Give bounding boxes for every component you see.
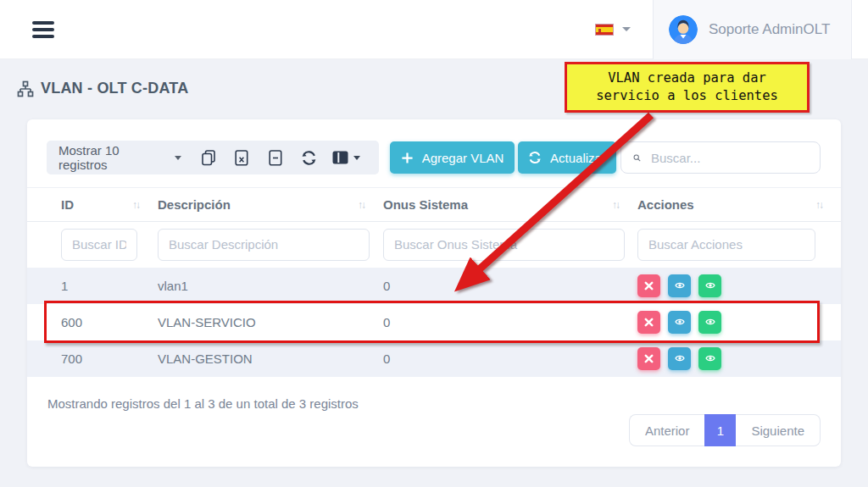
cell-onus: 0 [383, 268, 637, 304]
view-ports-button[interactable] [668, 311, 691, 334]
eye-icon [674, 353, 686, 363]
eye-icon [704, 317, 716, 327]
add-vlan-label: Agregar VLAN [422, 151, 504, 165]
avatar [669, 15, 698, 44]
column-label: Onus Sistema [383, 197, 468, 212]
filter-descripcion-input[interactable] [158, 229, 370, 261]
annotation-line-1: VLAN creada para dar [608, 69, 766, 87]
column-header-id[interactable]: ID↑↓ [27, 188, 158, 222]
export-file-button[interactable] [259, 141, 292, 174]
cell-onus: 0 [383, 304, 637, 340]
language-dropdown[interactable] [595, 24, 631, 36]
cell-descripcion: VLAN-GESTION [158, 340, 383, 377]
delete-vlan-button[interactable] [637, 274, 660, 297]
global-search [620, 141, 821, 174]
chevron-down-icon [175, 156, 181, 160]
column-label: ID [61, 197, 74, 212]
sort-icon: ↑↓ [815, 199, 822, 211]
column-header-acciones[interactable]: Acciones↑↓ [637, 188, 841, 222]
pagination-page-1[interactable]: 1 [704, 414, 736, 446]
x-icon [644, 318, 654, 327]
search-input[interactable] [651, 151, 820, 165]
x-icon [644, 281, 654, 291]
user-menu[interactable]: Soporte AdminOLT [653, 0, 852, 59]
chevron-down-icon [622, 27, 631, 31]
table-info: Mostrando registros del 1 al 3 de un tot… [47, 396, 359, 411]
refresh-icon [528, 151, 542, 164]
column-visibility-button[interactable] [326, 141, 367, 174]
search-icon [633, 151, 641, 165]
pagination-next-button[interactable]: Siguiente [736, 414, 821, 446]
cell-id: 700 [27, 340, 158, 377]
spain-flag-icon [595, 24, 614, 36]
table-row-highlighted: 600 VLAN-SERVICIO 0 [27, 304, 841, 340]
column-header-onus[interactable]: Onus Sistema↑↓ [383, 188, 637, 222]
eye-icon [674, 317, 686, 327]
add-vlan-button[interactable]: Agregar VLAN [390, 141, 515, 174]
annotation-line-2: servicio a los clientes [596, 87, 778, 105]
length-menu[interactable]: Mostrar 10 registros [58, 143, 181, 172]
cell-id: 1 [27, 268, 158, 304]
view-ports-button[interactable] [668, 274, 691, 297]
user-name: Soporte AdminOLT [709, 21, 830, 38]
page-title-text: VLAN - OLT C-DATA [41, 80, 188, 97]
vlan-table-card: Mostrar 10 registros [27, 119, 841, 467]
refresh-button[interactable]: Actualizar [518, 141, 616, 174]
refresh-label: Actualizar [550, 151, 606, 165]
cell-descripcion: VLAN-SERVICIO [158, 304, 383, 340]
table-row: 700 VLAN-GESTION 0 [27, 340, 841, 377]
sort-icon: ↑↓ [358, 199, 364, 211]
filter-acciones-input[interactable] [637, 229, 815, 261]
reload-table-button[interactable] [292, 141, 326, 174]
eye-icon [704, 353, 716, 363]
chevron-down-icon [353, 156, 360, 160]
view-onus-button[interactable] [698, 274, 721, 297]
view-onus-button[interactable] [698, 311, 721, 334]
view-ports-button[interactable] [668, 347, 691, 370]
sort-icon: ↑↓ [612, 199, 619, 211]
sitemap-icon [17, 80, 34, 97]
refresh-icon [301, 150, 317, 166]
delete-vlan-button[interactable] [637, 347, 660, 370]
vlan-table: ID↑↓ Descripción↑↓ Onus Sistema↑↓ Accion… [27, 187, 841, 377]
x-icon [644, 354, 654, 363]
sort-icon: ↑↓ [132, 199, 139, 211]
length-menu-label: Mostrar 10 registros [58, 143, 168, 172]
view-onus-button[interactable] [698, 347, 721, 370]
filter-id-input[interactable] [61, 229, 137, 261]
delete-vlan-button[interactable] [637, 311, 660, 334]
columns-icon [332, 151, 348, 164]
cell-onus: 0 [383, 340, 637, 377]
eye-icon [704, 280, 716, 291]
filter-row [27, 222, 841, 268]
header-row: ID↑↓ Descripción↑↓ Onus Sistema↑↓ Accion… [27, 188, 841, 222]
export-excel-button[interactable] [225, 141, 259, 174]
pagination-prev-button[interactable]: Anterior [629, 414, 705, 446]
plus-icon [401, 152, 414, 164]
filter-onus-input[interactable] [383, 229, 625, 261]
column-label: Acciones [637, 197, 694, 212]
copy-icon [201, 150, 216, 166]
table-row: 1 vlan1 0 [27, 268, 841, 304]
topbar: Soporte AdminOLT [0, 0, 868, 59]
column-header-descripcion[interactable]: Descripción↑↓ [158, 188, 383, 222]
file-excel-icon [235, 150, 248, 166]
file-text-icon [269, 150, 282, 166]
menu-hamburger-icon[interactable] [32, 21, 54, 38]
column-label: Descripción [158, 197, 231, 212]
pagination: Anterior 1 Siguiente [629, 414, 821, 446]
table-toolbar-left: Mostrar 10 registros [47, 141, 379, 174]
copy-button[interactable] [192, 141, 225, 174]
cell-descripcion: vlan1 [158, 268, 383, 304]
annotation-callout: VLAN creada para dar servicio a los clie… [565, 62, 810, 113]
eye-icon [674, 280, 686, 291]
cell-id: 600 [27, 304, 158, 340]
